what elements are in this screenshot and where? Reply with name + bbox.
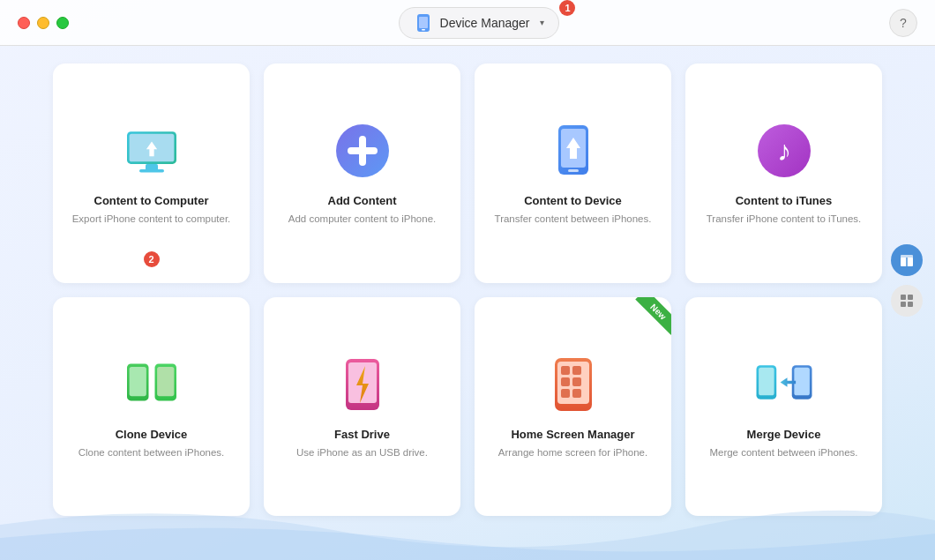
minimize-button[interactable] [37, 17, 49, 29]
box-icon [898, 251, 916, 269]
maximize-button[interactable] [56, 17, 69, 29]
svg-rect-43 [908, 302, 913, 307]
card-content-to-device[interactable]: Content to Device Transfer content betwe… [475, 63, 671, 283]
svg-rect-41 [908, 295, 913, 300]
card-add-content[interactable]: Add Content Add computer content to iPho… [264, 63, 460, 283]
grid-side-button[interactable] [891, 285, 923, 317]
card-desc-content-to-device: Transfer content between iPhones. [495, 212, 652, 226]
new-badge: New [624, 297, 671, 345]
card-title-merge-device: Merge Device [747, 428, 821, 441]
svg-rect-31 [572, 389, 581, 398]
music-note-icon: ♪ [753, 120, 815, 182]
badge-2: 2 [144, 251, 160, 267]
dropdown-arrow-icon: ▾ [540, 18, 544, 27]
titlebar: Device Manager ▾ 1 ? [0, 0, 935, 46]
help-button[interactable]: ? [889, 9, 917, 37]
card-desc-content-to-computer: Export iPhone content to computer. [72, 212, 231, 226]
card-title-content-to-device: Content to Device [524, 194, 622, 207]
card-title-content-to-itunes: Content to iTunes [736, 194, 833, 207]
svg-rect-1 [419, 17, 428, 28]
badge-1: 1 [559, 0, 575, 16]
card-title-clone-device: Clone Device [116, 428, 188, 441]
svg-rect-14 [568, 169, 579, 172]
card-content-to-computer[interactable]: Content to Computer Export iPhone conten… [53, 63, 250, 283]
card-desc-clone-device: Clone content between iPhones. [79, 445, 225, 459]
card-home-screen-manager[interactable]: New Home Sc [475, 297, 671, 517]
svg-rect-10 [348, 147, 378, 154]
app-title-dropdown[interactable]: Device Manager ▾ [399, 7, 560, 39]
svg-rect-30 [561, 389, 570, 398]
svg-rect-35 [794, 367, 810, 395]
lightning-phone-icon [332, 354, 393, 415]
svg-rect-26 [561, 366, 570, 375]
traffic-lights [18, 17, 69, 29]
svg-rect-20 [157, 367, 174, 396]
svg-rect-5 [146, 164, 158, 170]
blue-side-button[interactable] [891, 244, 923, 276]
close-button[interactable] [18, 17, 30, 29]
svg-rect-2 [422, 29, 425, 31]
svg-text:♪: ♪ [777, 135, 791, 167]
phone-icon [414, 13, 433, 33]
card-title-fast-drive: Fast Drive [334, 428, 390, 441]
computer-download-icon [121, 120, 183, 182]
clone-phones-icon [121, 354, 183, 415]
svg-rect-40 [901, 295, 906, 300]
svg-rect-27 [572, 366, 581, 375]
app-title-text: Device Manager [440, 16, 530, 30]
card-desc-content-to-itunes: Transfer iPhone content to iTunes. [707, 212, 862, 226]
svg-rect-42 [901, 302, 906, 307]
card-fast-drive[interactable]: Fast Drive Use iPhone as an USB drive. [264, 297, 460, 517]
card-desc-add-content: Add computer content to iPhone. [288, 212, 437, 226]
merge-arrow-icon [753, 354, 815, 415]
main-grid: Content to Computer Export iPhone conten… [0, 46, 935, 534]
svg-rect-18 [129, 367, 146, 396]
grid-icon [898, 292, 916, 310]
svg-rect-29 [572, 377, 581, 386]
card-merge-device[interactable]: Merge Device Merge content between iPhon… [685, 297, 882, 517]
svg-rect-6 [139, 169, 164, 173]
side-buttons [891, 244, 923, 317]
card-title-add-content: Add Content [328, 194, 397, 207]
card-content-to-itunes[interactable]: ♪ Content to iTunes Transfer iPhone cont… [685, 63, 882, 283]
card-title-content-to-computer: Content to Computer [94, 194, 209, 207]
card-title-home-screen-manager: Home Screen Manager [511, 428, 634, 441]
card-clone-device[interactable]: Clone Device Clone content between iPhon… [53, 297, 250, 517]
svg-rect-28 [561, 377, 570, 386]
card-desc-fast-drive: Use iPhone as an USB drive. [296, 445, 428, 459]
svg-rect-33 [759, 367, 774, 395]
plus-circle-icon [332, 120, 393, 182]
card-desc-merge-device: Merge content between iPhones. [709, 445, 857, 459]
card-desc-home-screen-manager: Arrange home screen for iPhone. [498, 445, 647, 459]
iphone-down-icon [542, 120, 604, 182]
home-grid-icon [542, 354, 604, 415]
